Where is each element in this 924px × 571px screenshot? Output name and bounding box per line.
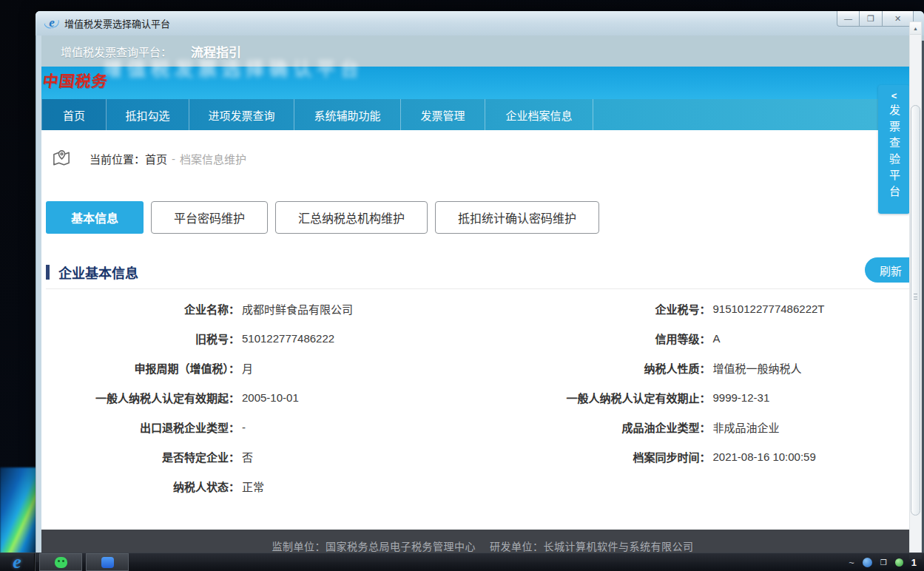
- restore-icon: ❐: [867, 14, 874, 24]
- browser-client-area: 增值税发票查询平台： 流程指引 增值税发票选择确认平台 中国税务 首页 抵扣勾选…: [41, 36, 924, 562]
- page-content: 当前位置：首页 - 档案信息维护 基本信息 平台密码维护 汇总纳税总机构维护 抵…: [41, 130, 924, 530]
- section-header: 企业基本信息 刷新: [46, 262, 924, 283]
- internet-explorer-icon: e: [13, 555, 21, 570]
- browser-window: e 增值税发票选择确认平台 — ❐ ✕ 增值税发票查询平台： 流程指引 增值税发…: [36, 11, 924, 562]
- wechat-icon: [55, 557, 67, 568]
- tray-status-icon[interactable]: [895, 558, 903, 567]
- system-tray: ~ ❐ 1: [849, 553, 924, 571]
- vertical-scrollbar[interactable]: ▲: [909, 21, 922, 559]
- scrollbar-thumb[interactable]: [911, 105, 920, 516]
- field-credit-rating: 信用等级：A: [483, 323, 924, 353]
- field-general-taxpayer-valid-from: 一般人纳税人认定有效期起：2005-10-01: [41, 382, 483, 412]
- invoice-verification-side-tab[interactable]: < 发票查验平台: [878, 85, 910, 214]
- sub-tabs: 基本信息 平台密码维护 汇总纳税总机构维护 抵扣统计确认密码维护: [46, 201, 924, 234]
- taskbar: e ~ ❐ 1: [0, 553, 924, 571]
- breadcrumb: 当前位置：首页 - 档案信息维护: [46, 145, 924, 172]
- field-general-taxpayer-valid-to: 一般人纳税人认定有效期止：9999-12-31: [483, 382, 924, 412]
- tab-deduction-confirm-password[interactable]: 抵扣统计确认密码维护: [435, 201, 599, 234]
- breadcrumb-page: 档案信息维护: [180, 151, 246, 166]
- window-title: 增值税发票选择确认平台: [64, 16, 170, 30]
- nav-item-input-invoice-query[interactable]: 进项发票查询: [189, 99, 294, 130]
- banner: 增值税发票选择确认平台 中国税务: [41, 67, 924, 99]
- minimize-button[interactable]: —: [837, 11, 860, 27]
- internet-explorer-icon: e: [45, 17, 58, 30]
- section-divider: [46, 288, 914, 289]
- tray-network-icon[interactable]: [863, 558, 872, 567]
- close-icon: ✕: [894, 14, 901, 24]
- nav-item-home[interactable]: 首页: [41, 99, 107, 130]
- nav-item-system-aux[interactable]: 系统辅助功能: [294, 99, 401, 130]
- field-is-specific-enterprise: 是否特定企业：否: [41, 442, 483, 471]
- nav-item-enterprise-archive[interactable]: 企业档案信息: [485, 99, 593, 130]
- field-refined-oil-type: 成品油企业类型：非成品油企业: [483, 412, 924, 442]
- minimize-icon: —: [844, 14, 852, 23]
- tab-basic-info[interactable]: 基本信息: [46, 201, 144, 234]
- field-export-rebate-type: 出口退税企业类型：-: [41, 412, 483, 442]
- field-declaration-period: 申报周期（增值税）：月: [41, 353, 483, 382]
- form-column-left: 企业名称：成都时鲜食品有限公司 旧税号：510122777486222 申报周期…: [41, 294, 483, 501]
- banner-ghost-text: 增值税发票选择确认平台: [104, 54, 364, 81]
- desktop-wallpaper-aurora: [0, 467, 38, 556]
- breadcrumb-separator: -: [172, 152, 175, 165]
- enterprise-info-form: 企业名称：成都时鲜食品有限公司 旧税号：510122777486222 申报周期…: [41, 294, 924, 501]
- desktop: e 增值税发票选择确认平台 — ❐ ✕ 增值税发票查询平台： 流程指引 增值税发…: [0, 0, 924, 571]
- main-nav: 首页 抵扣勾选 进项发票查询 系统辅助功能 发票管理 企业档案信息: [41, 99, 924, 130]
- field-taxpayer-nature: 纳税人性质：增值税一般纳税人: [483, 353, 924, 382]
- tray-windows-icon[interactable]: ❐: [880, 558, 887, 567]
- location-map-icon: [52, 149, 72, 169]
- window-controls: — ❐ ✕: [837, 11, 914, 27]
- chevron-left-icon: <: [878, 90, 910, 101]
- form-column-right: 企业税号：91510122777486222T 信用等级：A 纳税人性质：增值税…: [483, 294, 924, 501]
- window-titlebar[interactable]: e 增值税发票选择确认平台 — ❐ ✕: [36, 11, 924, 36]
- nav-item-invoice-management[interactable]: 发票管理: [401, 99, 485, 130]
- blue-app-icon: [101, 557, 114, 568]
- scrollbar-up-arrow[interactable]: ▲: [910, 22, 921, 35]
- up-arrow-icon: ▲: [913, 26, 918, 31]
- tab-platform-password[interactable]: 平台密码维护: [151, 201, 268, 234]
- taskbar-blue-app-button[interactable]: [86, 553, 129, 571]
- tab-consolidated-tax-hq[interactable]: 汇总纳税总机构维护: [275, 201, 428, 234]
- section-accent-bar: [46, 265, 50, 280]
- restore-button[interactable]: ❐: [860, 11, 883, 27]
- scrollbar-grip-icon: [914, 294, 917, 300]
- taskbar-separator: [34, 553, 36, 571]
- tray-wave-icon[interactable]: ~: [849, 557, 854, 568]
- section-title: 企业基本信息: [58, 263, 138, 282]
- footer-text: 监制单位：国家税务总局电子税务管理中心 研发单位：长城计算机软件与系统有限公司: [272, 538, 694, 553]
- taskbar-clock[interactable]: 1: [911, 557, 917, 568]
- field-enterprise-name: 企业名称：成都时鲜食品有限公司: [41, 294, 483, 323]
- china-tax-logo: 中国税务: [41, 69, 109, 91]
- nav-item-deduction-check[interactable]: 抵扣勾选: [107, 99, 189, 130]
- field-taxpayer-status: 纳税人状态：正常: [41, 471, 483, 501]
- side-tab-label: 发票查验平台: [886, 104, 902, 202]
- taskbar-ie-button[interactable]: e: [0, 553, 34, 571]
- field-enterprise-tax-number: 企业税号：91510122777486222T: [483, 294, 924, 323]
- breadcrumb-current-location[interactable]: 当前位置：首页: [90, 151, 167, 166]
- taskbar-wechat-button[interactable]: [39, 553, 82, 571]
- field-old-tax-number: 旧税号：510122777486222: [41, 323, 483, 353]
- field-archive-sync-time: 档案同步时间：2021-08-16 10:00:59: [483, 442, 924, 471]
